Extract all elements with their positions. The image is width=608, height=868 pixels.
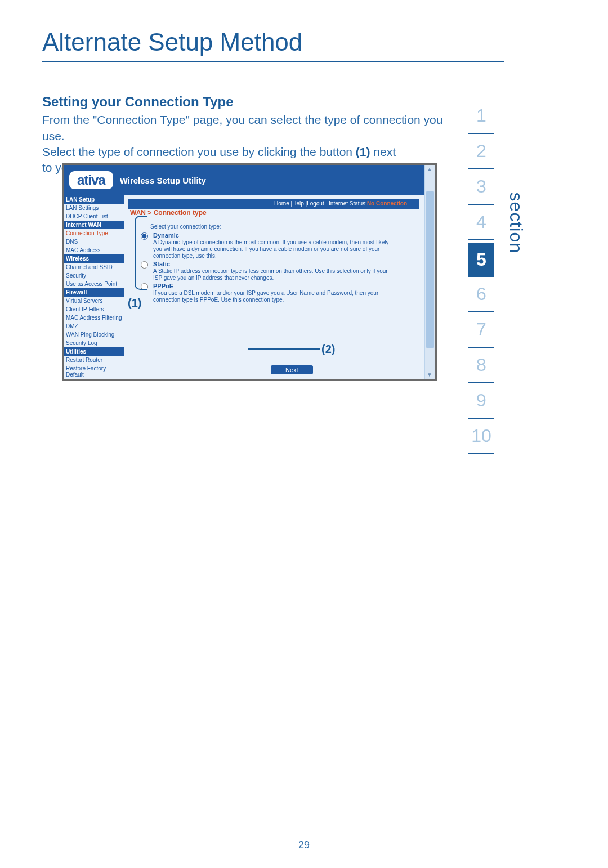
option-desc: A Static IP address connection type is l… bbox=[153, 268, 390, 281]
main-panel: Home |Help |Logout Internet Status:No Co… bbox=[124, 195, 425, 379]
nav-group-header: Internet WAN bbox=[64, 221, 124, 229]
annotation-line bbox=[248, 348, 320, 350]
section-link-5[interactable]: 5 bbox=[468, 243, 494, 277]
scroll-thumb[interactable] bbox=[426, 191, 434, 348]
callout-1: (1) bbox=[356, 145, 370, 158]
status-label: Internet Status: bbox=[329, 200, 367, 207]
nav-item[interactable]: Virtual Servers bbox=[64, 297, 124, 305]
page-number: 29 bbox=[0, 839, 608, 851]
app-header: ativa Wireless Setup Utility bbox=[64, 165, 435, 195]
nav-group-header: Firewall bbox=[64, 288, 124, 297]
option-desc: If you use a DSL modem and/or your ISP g… bbox=[153, 290, 390, 303]
section-link-7[interactable]: 7 bbox=[468, 312, 494, 348]
section-link-2[interactable]: 2 bbox=[468, 134, 494, 169]
nav-item[interactable]: DMZ bbox=[64, 322, 124, 330]
nav-group-header: Utilities bbox=[64, 347, 124, 356]
section-link-6[interactable]: 6 bbox=[468, 277, 494, 312]
section-link-4[interactable]: 4 bbox=[468, 205, 494, 240]
intro-paragraph: From the "Connection Type" page, you can… bbox=[42, 112, 448, 144]
brand-logo: ativa bbox=[69, 171, 113, 189]
breadcrumb: WAN > Connection type bbox=[130, 209, 419, 217]
nav-item[interactable]: Restart Router bbox=[64, 356, 124, 364]
annotation-callout-1: (1) bbox=[128, 297, 141, 310]
connection-option: DynamicA Dynamic type of connection is t… bbox=[138, 232, 419, 259]
option-label: Dynamic bbox=[153, 232, 390, 239]
connection-option: StaticA Static IP address connection typ… bbox=[138, 261, 419, 281]
scrollbar[interactable]: ▲ ▼ bbox=[424, 165, 435, 379]
nav-item[interactable]: Save/Backup Settings bbox=[64, 379, 124, 381]
logout-link[interactable]: Logout bbox=[307, 200, 324, 207]
section-label: section bbox=[506, 193, 526, 253]
text: next bbox=[370, 145, 396, 158]
section-link-1[interactable]: 1 bbox=[468, 99, 494, 134]
app-title: Wireless Setup Utility bbox=[120, 176, 206, 185]
toolbar: Home |Help |Logout Internet Status:No Co… bbox=[128, 199, 419, 209]
annotation-callout-2: (2) bbox=[321, 343, 335, 356]
connection-option: PPPoEIf you use a DSL modem and/or your … bbox=[138, 283, 419, 303]
bracket-annotation bbox=[135, 216, 147, 290]
option-desc: A Dynamic type of connection is the most… bbox=[153, 239, 390, 259]
nav-item[interactable]: DNS bbox=[64, 238, 124, 246]
section-index: 12345678910 bbox=[464, 99, 498, 454]
nav-item[interactable]: DHCP Client List bbox=[64, 212, 124, 221]
sidebar-nav: LAN SetupLAN SettingsDHCP Client ListInt… bbox=[64, 195, 124, 379]
scroll-down-icon[interactable]: ▼ bbox=[427, 372, 432, 378]
page-title: Alternate Setup Method bbox=[42, 28, 504, 62]
nav-group-header: LAN Setup bbox=[64, 195, 124, 204]
nav-item[interactable]: MAC Address Filtering bbox=[64, 314, 124, 322]
next-button[interactable]: Next bbox=[271, 365, 313, 374]
nav-item[interactable]: Security Log bbox=[64, 339, 124, 347]
option-label: PPPoE bbox=[153, 283, 390, 289]
option-label: Static bbox=[153, 261, 390, 267]
nav-item[interactable]: Client IP Filters bbox=[64, 305, 124, 314]
section-subtitle: Setting your Connection Type bbox=[42, 93, 448, 111]
status-value: No Connection bbox=[367, 200, 407, 207]
scroll-up-icon[interactable]: ▲ bbox=[427, 166, 432, 172]
nav-item[interactable]: WAN Ping Blocking bbox=[64, 330, 124, 339]
nav-item[interactable]: LAN Settings bbox=[64, 204, 124, 212]
section-link-8[interactable]: 8 bbox=[468, 348, 494, 383]
section-link-9[interactable]: 9 bbox=[468, 383, 494, 419]
section-link-3[interactable]: 3 bbox=[468, 169, 494, 205]
page: { "page": { "title": "Alternate Setup Me… bbox=[0, 0, 608, 868]
prompt-text: Select your connection type: bbox=[150, 223, 419, 230]
nav-item[interactable]: Restore Factory Default bbox=[64, 364, 124, 379]
help-link[interactable]: Help bbox=[292, 200, 304, 207]
nav-item[interactable]: Use as Access Point bbox=[64, 280, 124, 288]
home-link[interactable]: Home bbox=[274, 200, 289, 207]
nav-item[interactable]: MAC Address bbox=[64, 246, 124, 254]
nav-item[interactable]: Channel and SSID bbox=[64, 263, 124, 271]
nav-item[interactable]: Security bbox=[64, 271, 124, 280]
embedded-screenshot: ativa Wireless Setup Utility LAN SetupLA… bbox=[62, 163, 437, 381]
text: Select the type of connection you use by… bbox=[42, 145, 356, 158]
section-link-10[interactable]: 10 bbox=[468, 419, 494, 454]
instruction-line-1: Select the type of connection you use by… bbox=[42, 144, 448, 160]
nav-item[interactable]: Connection Type bbox=[64, 229, 124, 238]
nav-group-header: Wireless bbox=[64, 254, 124, 263]
